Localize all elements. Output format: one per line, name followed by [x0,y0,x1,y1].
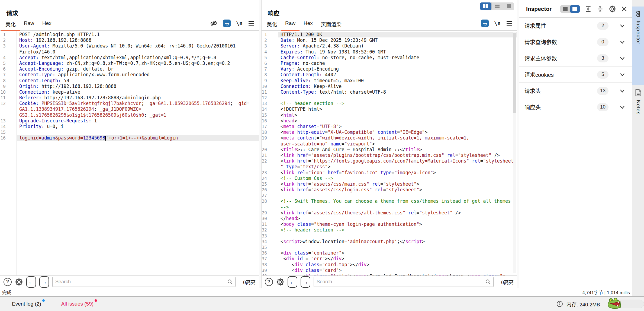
search-settings-gear-icon[interactable] [276,278,284,286]
tab-Raw[interactable]: Raw [281,18,300,31]
editor-row[interactable]: 34<script>window.location='adminaccount.… [262,239,517,245]
editor-row[interactable]: 7Content-Type: application/x-www-form-ur… [0,72,259,78]
editor-row[interactable]: user-scalable=no" name="viewport"> [262,141,517,147]
inspector-section[interactable]: 请求头13 [519,83,632,99]
close-icon[interactable] [621,6,627,12]
editor-row[interactable]: 39 <div class="card"> [262,268,517,273]
editor-row[interactable]: 20<title>:: Care And Cure – Hospital Adm… [262,147,517,153]
newline-glyph-icon[interactable]: \n [236,20,243,27]
editor-row[interactable]: 14<!DOCTYPE html> [262,106,517,112]
editor-row[interactable]: 9Keep-Alive: timeout=5, max=100 [262,78,517,84]
editor-row[interactable]: 15 [0,129,259,135]
response-search-input[interactable] [314,277,494,287]
editor-row[interactable]: GS2.1.s1765826295$o1$g1$t1765826509$j60$… [0,112,259,118]
editor-row[interactable]: 11Content-Type: text/html; charset=UTF-8 [262,89,517,95]
menu-icon[interactable] [506,21,513,26]
collapse-all-icon[interactable] [597,5,604,12]
editor-row[interactable]: 17<meta charset="UTF-8"> [262,124,517,129]
editor-row[interactable]: 9Origin: http://192.168.192.128:8888 [0,84,259,89]
editor-row[interactable]: " type="text/css"> [262,164,517,170]
editor-row[interactable]: 2Host: 192.168.192.128:8888 [0,37,259,43]
editor-row[interactable]: 8Content-Length: 4402 [262,72,517,78]
tab-Hex[interactable]: Hex [300,18,317,31]
editor-row[interactable]: 32<!-- header section --> [262,227,517,233]
editor-row[interactable]: 12Cookie: PHPSESSID=5av1rkettgfrkgjl7bak… [0,101,259,106]
editor-row[interactable]: 7Vary: Accept-Encoding [262,66,517,72]
editor-row[interactable]: 12 [262,95,517,101]
chevron-down-icon[interactable] [619,88,625,93]
hide-nonprintable-eye-icon[interactable] [210,20,218,27]
inspector-section[interactable]: 请求属性2 [519,18,632,34]
editor-row[interactable]: 27 [262,193,517,198]
editor-row[interactable]: 6Pragma: no-cache [262,61,517,66]
tab-页面渲染[interactable]: 页面渲染 [317,18,346,31]
sidebar-tab-notes[interactable]: Notes [632,85,644,172]
editor-row[interactable]: --> [262,204,517,210]
tab-Hex[interactable]: Hex [38,18,56,31]
menu-icon[interactable] [248,21,255,26]
tab-Raw[interactable]: Raw [20,18,38,31]
gear-icon[interactable] [608,5,616,13]
chevron-down-icon[interactable] [619,40,625,45]
chevron-down-icon[interactable] [619,72,625,77]
editor-row[interactable]: 35 [262,245,517,250]
search-settings-gear-icon[interactable] [15,278,23,286]
editor-row[interactable]: GA1.1.1338934917.1765826294; _ga_J1DQF09… [0,106,259,112]
tab-美化[interactable]: 美化 [1,18,20,31]
wrap-lines-icon[interactable] [481,20,489,27]
editor-row[interactable]: 16loginid=admin&password=12345698'+or+1=… [0,135,259,141]
inspector-section[interactable]: 请求cookies5 [519,66,632,83]
editor-row[interactable]: 16<head> [262,118,517,124]
editor-row[interactable]: 18<meta http-equiv="X-UA-Compatible" con… [262,129,517,135]
all-issues-button[interactable]: All issues (59) [61,301,94,307]
editor-row[interactable]: 10Connection: keep-alive [0,89,259,95]
chevron-down-icon[interactable] [619,23,625,28]
help-icon[interactable]: ? [265,278,273,286]
editor-row[interactable]: 14Priority: u=0, i [0,124,259,129]
editor-row[interactable]: 38 <div class="card-top"></div> [262,262,517,268]
request-editor[interactable]: 1POST /adminlogin.php HTTP/1.12Host: 192… [0,31,259,275]
editor-row[interactable]: 21<link href="assets/plugins/bootstrap/c… [262,153,517,158]
pane-toggle-left-icon[interactable] [560,5,570,13]
request-search-input[interactable] [52,277,236,287]
editor-row[interactable]: 6Accept-Encoding: gzip, deflate, br [0,66,259,72]
search-next-button[interactable]: → [301,276,310,288]
wrap-lines-icon[interactable] [223,20,231,27]
editor-row[interactable]: 13Upgrade-Insecure-Requests: 1 [0,118,259,124]
editor-row[interactable]: 4Accept: text/html,application/xhtml+xml… [0,55,259,61]
search-next-button[interactable]: → [39,276,49,288]
inspector-section[interactable]: 响应头10 [519,99,632,115]
editor-row[interactable]: 1HTTP/1.1 200 OK [262,32,517,37]
event-log-button[interactable]: Event log (2) [12,301,41,307]
editor-row[interactable]: 40 <h1 class="title"><span>Care And Cure… [262,273,517,275]
editor-row[interactable]: 31<body class="theme-cyan login-page aut… [262,221,517,227]
editor-row[interactable]: 26<link href="assets/css/login.css" rel=… [262,187,517,193]
editor-row[interactable]: 3User-Agent: Mozilla/5.0 (Windows NT 10.… [0,43,259,49]
newline-glyph-icon[interactable]: \n [494,20,501,27]
editor-row[interactable]: 33 [262,233,517,239]
search-prev-button[interactable]: ← [288,276,297,288]
editor-row[interactable]: 8Content-Length: 58 [0,78,259,84]
editor-row[interactable]: 1POST /adminlogin.php HTTP/1.1 [0,32,259,37]
expand-all-icon[interactable] [585,5,592,12]
editor-row[interactable]: 3Server: Apache/2.4.38 (Debian) [262,43,517,49]
editor-row[interactable]: 5Accept-Language: zh-CN,zh;q=0.8,zh-TW;q… [0,61,259,66]
editor-row[interactable]: 22<link href="https://fonts.googleapis.c… [262,158,517,164]
editor-row[interactable]: 25<link href="assets/css/main.css" rel="… [262,181,517,187]
editor-row[interactable]: 11Referer: http://192.168.192.128:8888/a… [0,95,259,101]
chevron-down-icon[interactable] [619,56,625,61]
editor-row[interactable]: Firefox/146.0 [0,49,259,55]
sidebar-tab-inspector[interactable]: Inspector [632,7,644,85]
editor-row[interactable]: 37 <div id = "err"></div> [262,256,517,262]
response-editor[interactable]: 1HTTP/1.1 200 OK2Date: Mon, 15 Dec 2025 … [262,31,517,275]
editor-row[interactable]: 23<link rel="icon" href="favicon.ico" ty… [262,170,517,176]
editor-row[interactable]: 36<div class="container"> [262,250,517,256]
inspector-section[interactable]: 请求查询参数0 [519,34,632,50]
editor-row[interactable]: 4Expires: Thu, 19 Nov 1981 08:52:00 GMT [262,49,517,55]
help-icon[interactable]: ? [4,278,12,286]
editor-row[interactable]: 15<html> [262,112,517,118]
editor-row[interactable]: 10Connection: Keep-Alive [262,84,517,89]
editor-row[interactable]: 2Date: Mon, 15 Dec 2025 19:23:49 GMT [262,37,517,43]
scrollbar-thumb[interactable] [513,33,516,113]
editor-row[interactable]: 29<link href="assets/css/themes/all-them… [262,210,517,216]
